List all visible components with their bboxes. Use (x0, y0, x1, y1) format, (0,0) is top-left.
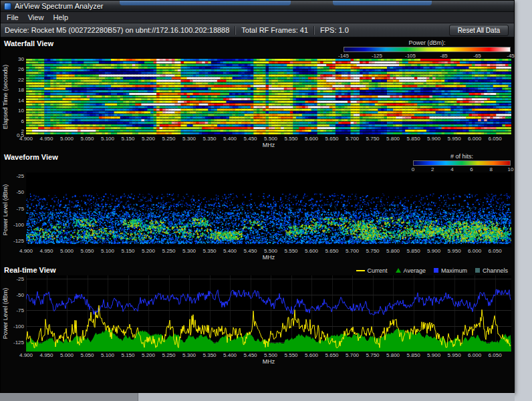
tick-label: 2 (431, 166, 434, 172)
tick-label: 5.250 (162, 136, 176, 142)
tick-label: -50 (16, 291, 24, 297)
tick-label: 5.700 (346, 136, 359, 142)
desktop-bottom-window-fragment (0, 393, 138, 401)
tick-label: 5.550 (285, 136, 298, 142)
tick-label: 5.900 (427, 248, 440, 254)
tick-label: -100 (13, 221, 24, 227)
waveform-section: Waveform View # of hits: 0246810 Power L… (1, 152, 514, 262)
legend-item-maximum: Maximum (434, 267, 467, 274)
tick-label: 6.050 (489, 248, 502, 254)
tick-label: -125 (372, 53, 382, 59)
tick-label: -75 (16, 205, 24, 211)
tick-label: 5.900 (427, 136, 440, 142)
realtime-y-ticks: -25-50-75-100-125 (9, 275, 26, 352)
waterfall-plot (26, 59, 511, 135)
tick-label: 0 (412, 166, 414, 172)
tick-label: 5.000 (60, 248, 74, 254)
tick-label: 5.100 (101, 248, 114, 254)
waterfall-x-ticks: 4.9004.9505.0005.0505.1005.1505.2005.250… (26, 135, 511, 142)
tick-label: 5.950 (448, 248, 461, 254)
colorbar-tick-labels: 0246810 (413, 166, 511, 172)
tick-label: 5.500 (264, 352, 277, 358)
triangle-marker-icon (396, 268, 401, 273)
realtime-y-axis-label: Power Level (dBm) (1, 275, 9, 352)
tick-label: 5.450 (244, 248, 257, 254)
tick-label: 4.900 (19, 352, 33, 358)
tick-label: 5.050 (80, 248, 94, 254)
tick-label: 5.350 (203, 248, 217, 254)
realtime-canvas (26, 275, 511, 352)
app-window: AirView Spectrum Analyzer File View Help… (0, 0, 515, 393)
waterfall-y-ticks: 302622181410620.5 (9, 59, 26, 135)
tick-label: 5.300 (182, 352, 196, 358)
power-colorbar: Power (dBm): -145-125-105-85-65-45 (344, 39, 511, 58)
tick-label: 5.800 (386, 248, 400, 254)
waveform-plot-row: Power Level (dBm) -25-50-75-100-125 (1, 172, 514, 247)
tick-label: 5.700 (346, 352, 359, 358)
tick-label: 5.350 (203, 136, 217, 142)
waveform-y-axis-label: Power Level (dBm) (1, 172, 9, 247)
tick-label: 5.150 (122, 352, 135, 358)
tick-label: 5.400 (223, 352, 237, 358)
tick-label: 5.100 (101, 352, 114, 358)
legend-label: Maximum (441, 267, 467, 274)
waterfall-y-axis-label: Elapsed Time (seconds) (1, 59, 9, 135)
status-toolbar: Device: Rocket M5 (002722280B57) on ubnt… (1, 23, 514, 37)
background-window-glimpse (120, 1, 291, 5)
tick-label: 5.600 (305, 248, 318, 254)
background-window-glimpse (333, 1, 432, 5)
colorbar-label: Power (dBm): (408, 39, 445, 46)
tick-label: 4.950 (39, 352, 53, 358)
tick-label: 5.300 (182, 136, 196, 142)
tick-label: -145 (338, 53, 349, 59)
tick-label: 5.200 (142, 352, 155, 358)
legend-item-current: Current (356, 267, 388, 274)
tick-label: -65 (473, 53, 481, 59)
device-info: Device: Rocket M5 (002722280B57) on ubnt… (5, 26, 229, 34)
tick-label: 4.900 (19, 136, 33, 142)
hits-colorbar: # of hits: 0246810 (413, 153, 511, 172)
waterfall-header: Waterfall View Power (dBm): -145-125-105… (1, 39, 514, 59)
tick-label: 5.200 (142, 136, 155, 142)
tick-label: 14 (18, 97, 24, 103)
tick-label: 5.800 (386, 352, 400, 358)
tick-label: 5.400 (223, 136, 237, 142)
window-title: AirView Spectrum Analyzer (15, 3, 103, 10)
tick-label: 5.600 (305, 352, 318, 358)
tick-label: 5.600 (305, 136, 318, 142)
waterfall-x-axis-label: MHz (26, 142, 511, 150)
tick-label: 5.650 (325, 136, 339, 142)
tick-label: 18 (18, 87, 24, 93)
tick-label: 30 (18, 56, 24, 62)
realtime-x-ticks: 4.9004.9505.0005.0505.1005.1505.2005.250… (26, 352, 511, 358)
square-marker-icon (434, 268, 438, 273)
menu-view[interactable]: View (23, 13, 49, 22)
menu-file[interactable]: File (2, 13, 23, 22)
separator (235, 26, 236, 35)
legend-item-average: Average (396, 267, 426, 274)
reset-all-data-button[interactable]: Reset All Data (449, 25, 509, 36)
titlebar[interactable]: AirView Spectrum Analyzer (1, 1, 514, 12)
tick-label: 5.400 (223, 248, 237, 254)
tick-label: 5.800 (386, 136, 400, 142)
realtime-plot-row: Power Level (dBm) -25-50-75-100-125 (1, 275, 514, 352)
tick-label: 5.700 (346, 248, 359, 254)
tick-label: 22 (18, 76, 24, 82)
separator (313, 26, 315, 35)
colorbar-label: # of hits: (450, 153, 473, 160)
tick-label: 6 (470, 166, 473, 172)
tick-label: 5.950 (448, 352, 461, 358)
tick-label: -45 (507, 53, 515, 59)
tick-label: 10 (18, 108, 24, 114)
legend-item-channels: Channels (475, 267, 508, 274)
tick-label: -105 (405, 53, 416, 59)
tick-label: 5.750 (366, 248, 380, 254)
tick-label: -25 (16, 172, 24, 178)
legend-label: Current (368, 267, 388, 274)
tick-label: -100 (13, 323, 24, 329)
colorbar-gradient (344, 47, 511, 52)
tick-label: 5.450 (244, 136, 257, 142)
realtime-x-axis-label: MHz (26, 358, 511, 366)
menu-help[interactable]: Help (48, 13, 73, 22)
tick-label: 10 (508, 166, 514, 172)
